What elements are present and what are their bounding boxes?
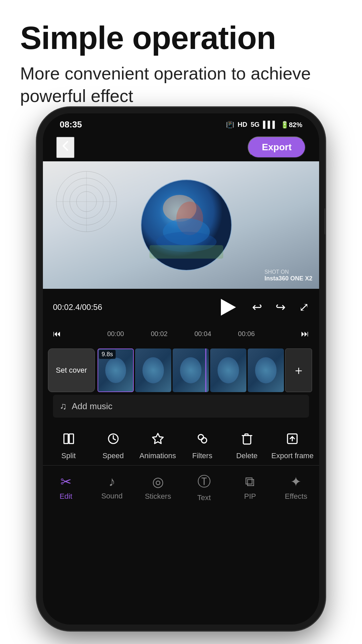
undo-button[interactable]: ↩	[252, 300, 262, 314]
phone-frame: 08:35 📳 HD 5G ▌▌▌ 🔋82% Export	[37, 107, 325, 631]
delete-label: Delete	[236, 451, 258, 460]
back-button[interactable]	[56, 137, 74, 158]
filters-tool[interactable]: Filters	[182, 429, 223, 460]
tools-row: Split Speed	[43, 429, 319, 466]
bottom-nav: ✂ Edit ♪ Sound ◎ Stickers	[43, 466, 319, 505]
stickers-label: Stickers	[145, 492, 171, 501]
sound-icon: ♪	[109, 474, 115, 489]
signal-icon: 5G	[251, 121, 260, 128]
set-cover-button[interactable]: Set cover	[48, 348, 95, 392]
video-preview: SHOT ON Insta360 ONE X2	[43, 161, 319, 289]
hero-subtitle: More convenient operation to achieve pow…	[20, 62, 342, 108]
battery-icon: 🔋82%	[281, 121, 302, 129]
music-note-icon: ♫	[60, 401, 67, 412]
nav-effects[interactable]: ✦ Effects	[278, 474, 314, 501]
timeline-timestamps: 00:00 00:02 00:04 00:06	[61, 330, 301, 338]
add-music-bar[interactable]: ♫ Add music	[53, 395, 309, 418]
export-frame-label: Export frame	[272, 451, 314, 460]
nav-sound[interactable]: ♪ Sound	[94, 474, 130, 500]
svg-rect-11	[149, 245, 223, 259]
timeline-bar: ⏮ 00:00 00:02 00:04 00:06 ⏭	[53, 327, 309, 340]
clip-thumbnail-3[interactable]	[173, 348, 209, 392]
split-label: Split	[61, 451, 76, 460]
edit-label: Edit	[60, 492, 72, 501]
split-icon	[59, 429, 79, 449]
delete-tool[interactable]: Delete	[227, 429, 267, 460]
delete-icon	[237, 429, 257, 449]
speed-label: Speed	[103, 451, 124, 460]
status-icons: 📳 HD 5G ▌▌▌ 🔋82%	[226, 121, 302, 129]
clip-thumbnail-4[interactable]	[210, 348, 246, 392]
signal-bars-icon: ▌▌▌	[263, 121, 277, 128]
nav-stickers[interactable]: ◎ Stickers	[139, 474, 176, 501]
stickers-icon: ◎	[152, 474, 164, 489]
animations-icon	[148, 429, 168, 449]
play-icon	[221, 299, 236, 316]
effects-icon: ✦	[290, 474, 302, 489]
playhead	[205, 348, 206, 392]
sound-label: Sound	[101, 492, 123, 500]
redo-button[interactable]: ↪	[276, 300, 286, 314]
split-tool[interactable]: Split	[49, 429, 89, 460]
svg-marker-15	[153, 433, 163, 443]
filters-label: Filters	[192, 451, 213, 460]
clip-section: Set cover 9.8s ＋ ♫ Add musi	[43, 345, 319, 424]
text-icon: Ⓣ	[197, 472, 211, 491]
animations-label: Animations	[139, 451, 176, 460]
add-music-label: Add music	[72, 401, 112, 412]
video-watermark: SHOT ON Insta360 ONE X2	[264, 269, 312, 282]
nav-text[interactable]: Ⓣ Text	[186, 472, 223, 502]
clip-thumbnail-2[interactable]	[135, 348, 171, 392]
edit-icon: ✂	[60, 474, 72, 489]
text-label: Text	[197, 493, 210, 502]
hero-title: Simple operation	[20, 20, 342, 56]
svg-rect-12	[64, 434, 68, 444]
clip-thumbnail-5[interactable]	[248, 348, 284, 392]
fullscreen-button[interactable]: ⤢	[299, 300, 309, 314]
speed-icon	[103, 429, 123, 449]
vibrate-icon: 📳	[226, 121, 234, 129]
export-frame-tool[interactable]: Export frame	[272, 429, 314, 460]
nav-edit[interactable]: ✂ Edit	[48, 474, 84, 501]
skip-end-button[interactable]: ⏭	[301, 329, 309, 338]
export-frame-icon	[282, 429, 302, 449]
effects-label: Effects	[285, 492, 307, 501]
clip-duration-badge: 9.8s	[99, 350, 116, 359]
add-clip-button[interactable]: ＋	[285, 348, 312, 392]
svg-rect-13	[69, 434, 73, 444]
side-button	[324, 208, 325, 235]
time-display: 00:02.4/00:56	[53, 303, 102, 312]
clip-strip: 9.8s ＋	[98, 348, 314, 392]
playback-controls: ↩ ↪ ⤢	[215, 296, 309, 319]
bottom-toolbar: Split Speed	[43, 424, 319, 511]
header-bar: Export	[43, 133, 319, 161]
video-content: SHOT ON Insta360 ONE X2	[43, 161, 319, 289]
nav-pip[interactable]: ⧉ PIP	[232, 474, 268, 501]
svg-point-17	[201, 438, 206, 443]
hd-badge: HD	[238, 121, 247, 128]
play-button[interactable]	[215, 296, 239, 319]
animations-tool[interactable]: Animations	[138, 429, 178, 460]
hero-section: Simple operation More convenient operati…	[0, 0, 362, 121]
clip-row: Set cover 9.8s ＋	[48, 348, 314, 392]
svg-point-16	[198, 434, 203, 440]
pip-icon: ⧉	[245, 474, 255, 489]
status-bar: 08:35 📳 HD 5G ▌▌▌ 🔋82%	[43, 113, 319, 133]
playback-section: 00:02.4/00:56 ↩ ↪ ⤢ ⏮ 00:00	[43, 289, 319, 345]
export-button[interactable]: Export	[248, 137, 306, 158]
filters-icon	[192, 429, 213, 449]
status-time: 08:35	[60, 119, 82, 130]
speed-tool[interactable]: Speed	[93, 429, 133, 460]
skip-start-button[interactable]: ⏮	[53, 329, 61, 338]
pip-label: PIP	[244, 492, 256, 501]
phone-mockup: 08:35 📳 HD 5G ▌▌▌ 🔋82% Export	[37, 107, 325, 631]
phone-screen: 08:35 📳 HD 5G ▌▌▌ 🔋82% Export	[43, 113, 319, 625]
